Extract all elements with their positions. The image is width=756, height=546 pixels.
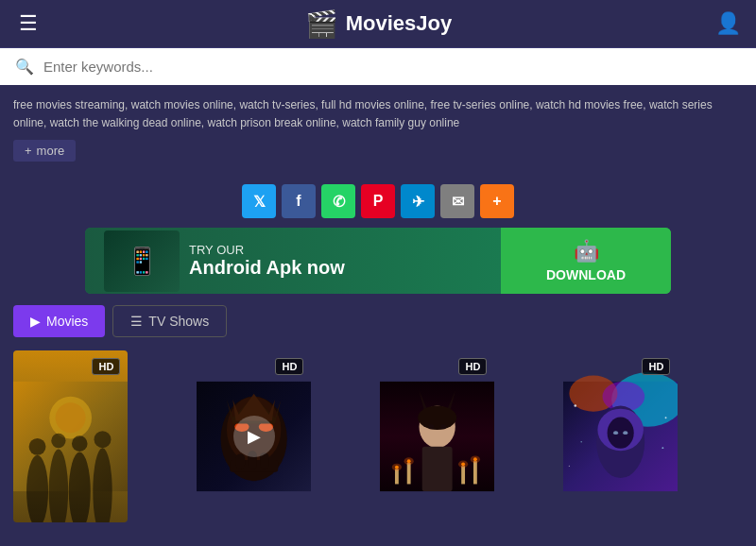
- whatsapp-share-button[interactable]: ✆: [321, 184, 355, 218]
- tab-tvshows[interactable]: ☰ TV Shows: [112, 305, 227, 337]
- telegram-icon: ✈: [412, 193, 424, 211]
- search-bar: 🔍: [0, 48, 756, 85]
- svg-point-8: [72, 436, 88, 452]
- banner-apk-text: Android Apk now: [189, 257, 345, 279]
- more-button-label: more: [37, 144, 65, 158]
- search-icon: 🔍: [15, 58, 34, 76]
- banner-text: TRY OUR Android Apk now: [189, 243, 345, 279]
- movie-card[interactable]: HD: [380, 350, 494, 522]
- svg-rect-27: [422, 447, 453, 491]
- svg-point-10: [94, 432, 112, 449]
- svg-rect-28: [395, 469, 399, 485]
- hamburger-button[interactable]: ☰: [15, 8, 42, 40]
- svg-rect-19: [236, 454, 246, 469]
- banner-download-button[interactable]: 🤖 DOWNLOAD: [501, 228, 671, 294]
- android-banner[interactable]: 📱 TRY OUR Android Apk now 🤖 DOWNLOAD: [85, 228, 671, 294]
- movie-card[interactable]: HD ▶: [197, 350, 311, 522]
- svg-point-26: [418, 406, 456, 431]
- more-button-prefix: +: [25, 144, 32, 158]
- svg-point-40: [428, 425, 434, 430]
- movies-grid: HD: [0, 349, 756, 524]
- twitter-icon: 𝕏: [253, 193, 266, 211]
- more-share-icon: +: [492, 193, 501, 210]
- svg-point-37: [404, 458, 414, 466]
- movie-poster-4-art: [563, 350, 678, 522]
- banner-left: 📱 TRY OUR Android Apk now: [85, 228, 501, 294]
- whatsapp-icon: ✆: [333, 193, 345, 211]
- svg-point-53: [581, 441, 582, 442]
- social-share: 𝕏 f ✆ P ✈ ✉ +: [0, 175, 756, 228]
- logo-text: MoviesJoy: [346, 11, 453, 36]
- svg-rect-30: [407, 463, 411, 484]
- banner-download-label: DOWNLOAD: [546, 267, 626, 282]
- svg-point-41: [440, 425, 446, 430]
- svg-point-4: [29, 438, 46, 455]
- movie-poster-1: [13, 350, 128, 522]
- movie-poster-3-art: [380, 350, 494, 522]
- more-share-button[interactable]: +: [480, 184, 514, 218]
- svg-point-54: [662, 448, 663, 450]
- telegram-share-button[interactable]: ✈: [401, 184, 435, 218]
- more-button[interactable]: + more: [13, 140, 76, 162]
- movie-poster-3: [380, 350, 494, 522]
- hd-badge-1: HD: [92, 358, 120, 375]
- svg-point-36: [392, 464, 402, 471]
- hd-badge-2: HD: [275, 358, 303, 375]
- user-icon[interactable]: 👤: [715, 11, 741, 36]
- svg-point-55: [569, 466, 570, 467]
- banner-try-text: TRY OUR: [189, 243, 345, 257]
- svg-point-48: [608, 418, 634, 449]
- movie-card[interactable]: HD: [563, 350, 678, 522]
- svg-point-6: [51, 434, 65, 448]
- movie-poster-1-art: [13, 350, 128, 522]
- android-robot-icon: 🤖: [574, 239, 599, 264]
- movie-card[interactable]: HD: [13, 350, 128, 522]
- facebook-share-button[interactable]: f: [282, 184, 316, 218]
- header: ☰ 🎬 MoviesJoy 👤: [0, 0, 756, 48]
- logo: 🎬 MoviesJoy: [305, 9, 453, 40]
- tvshows-tab-icon: ☰: [130, 314, 143, 329]
- hd-badge-3: HD: [458, 358, 487, 375]
- play-button-2[interactable]: ▶: [233, 416, 275, 457]
- svg-rect-32: [461, 467, 465, 485]
- search-input[interactable]: [43, 59, 741, 75]
- email-share-button[interactable]: ✉: [440, 184, 474, 218]
- svg-point-49: [613, 432, 618, 435]
- hd-badge-4: HD: [642, 358, 670, 375]
- pinterest-share-button[interactable]: P: [361, 184, 395, 218]
- facebook-icon: f: [296, 193, 301, 210]
- movies-tab-icon: ▶: [30, 314, 41, 329]
- svg-point-50: [623, 432, 627, 435]
- svg-point-38: [458, 461, 468, 469]
- logo-icon: 🎬: [305, 9, 338, 40]
- svg-rect-34: [473, 462, 477, 485]
- svg-point-52: [665, 418, 667, 419]
- tags-text: free movies streaming, watch movies onli…: [13, 96, 743, 132]
- svg-point-39: [471, 456, 480, 464]
- tags-section: free movies streaming, watch movies onli…: [0, 85, 756, 175]
- svg-point-2: [56, 403, 86, 434]
- tabs-section: ▶ Movies ☰ TV Shows: [0, 294, 756, 349]
- tvshows-tab-label: TV Shows: [148, 314, 209, 329]
- banner-phones-icon: 📱: [104, 230, 180, 292]
- svg-point-51: [574, 405, 576, 408]
- movie-poster-4: [563, 350, 678, 522]
- movies-tab-label: Movies: [46, 314, 88, 329]
- pinterest-icon: P: [373, 193, 384, 210]
- twitter-share-button[interactable]: 𝕏: [242, 184, 276, 218]
- tab-movies[interactable]: ▶ Movies: [13, 305, 105, 337]
- email-icon: ✉: [452, 193, 464, 211]
